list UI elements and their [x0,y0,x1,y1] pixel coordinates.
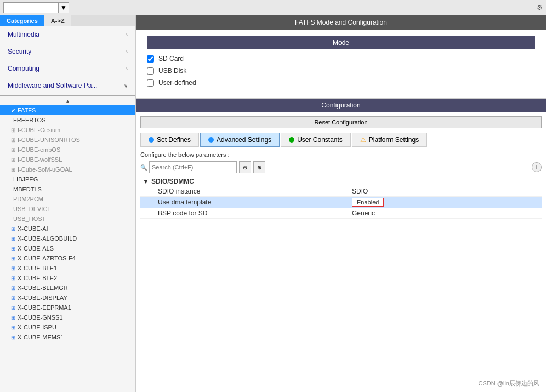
search-input[interactable] [3,2,58,13]
plugin-icon: ⊞ [11,236,15,242]
sidebar: Categories A->Z Multimedia › Security › … [0,15,136,392]
chevron-right-icon: › [126,32,128,38]
sidebar-item-icube-cesium[interactable]: ⊞ I-CUBE-Cesium [0,125,135,135]
tab-label: User Constants [297,136,343,144]
tab-bar: Categories A->Z [0,15,135,26]
sidebar-list: Multimedia › Security › Computing › Midd… [0,26,135,392]
sidebar-item-usb-device[interactable]: USB_DEVICE [0,204,135,214]
tab-categories[interactable]: Categories [0,15,44,26]
sidebar-item-xcube-als[interactable]: ⊞ X-CUBE-ALS [0,243,135,253]
sidebar-item-label: X-CUBE-AZRTOS-F4 [18,255,76,262]
row-label: Use dma template [153,198,348,206]
scroll-up-arrow[interactable]: ▲ [0,97,135,105]
sdcard-label[interactable]: SD Card [158,55,184,63]
tab-advanced-settings[interactable]: Advanced Settings [200,133,280,147]
userdefined-label[interactable]: User-defined [158,79,196,87]
sidebar-item-xcube-blemgr[interactable]: ⊞ X-CUBE-BLEMGR [0,283,135,293]
sidebar-item-xcube-ai[interactable]: ⊞ X-CUBE-AI [0,224,135,234]
info-icon[interactable]: i [532,162,542,172]
sidebar-item-xcube-algobuild[interactable]: ⊞ X-CUBE-ALGOBUILD [0,234,135,243]
tree-row-bsp-code-sd[interactable]: BSP code for SD Generic [140,208,542,219]
sidebar-item-xcube-eeprma1[interactable]: ⊞ X-CUBE-EEPRMA1 [0,303,135,313]
sidebar-item-usb-host[interactable]: USB_HOST [0,214,135,224]
plugin-icon: ⊞ [11,246,15,252]
sidebar-item-libjpeg[interactable]: LIBJPEG [0,174,135,184]
sidebar-item-xcube-ispu[interactable]: ⊞ X-CUBE-ISPU [0,322,135,332]
sidebar-item-xcube-display[interactable]: ⊞ X-CUBE-DISPLAY [0,293,135,303]
tab-set-defines[interactable]: Set Defines [140,133,199,147]
reset-configuration-button[interactable]: Reset Configuration [140,116,542,128]
sidebar-item-label: X-CUBE-BLEMGR [18,285,68,291]
sidebar-item-xcube-ble1[interactable]: ⊞ X-CUBE-BLE1 [0,263,135,273]
tab-label: Platform Settings [369,136,419,144]
plugin-icon: ⊞ [11,265,15,271]
sidebar-item-label: FATFS [18,107,36,113]
sidebar-item-label: I-Cube-SoM-uGOAL [18,166,72,173]
sidebar-category-middleware[interactable]: Middleware and Software Pa... ∨ [0,77,135,94]
param-tree: ▼ SDIO/SDMMC SDIO instance SDIO Use dma … [140,177,542,219]
usbdisk-label[interactable]: USB Disk [158,67,186,75]
sidebar-item-xcube-mems1[interactable]: ⊞ X-CUBE-MEMS1 [0,332,135,342]
tree-row-sdio-instance[interactable]: SDIO instance SDIO [140,186,542,197]
sidebar-item-xcube-gnss1[interactable]: ⊞ X-CUBE-GNSS1 [0,313,135,322]
sidebar-item-label: X-CUBE-ISPU [18,324,56,331]
sidebar-item-label: I-CUBE-UNISONRTOS [18,137,80,143]
chevron-right-icon: › [126,66,128,72]
sidebar-item-label: X-CUBE-BLE1 [18,265,57,271]
sidebar-item-label: I-CUBE-embOS [18,146,60,153]
plugin-icon: ⊞ [11,167,15,173]
plugin-icon: ⊞ [11,127,15,133]
sidebar-category-label: Computing [8,65,39,72]
sidebar-item-mbedtls[interactable]: MBEDTLS [0,184,135,194]
top-bar: ▼ ⚙ [0,0,546,15]
mode-header: Mode [147,36,535,49]
sdcard-checkbox[interactable] [147,55,154,63]
sidebar-item-icube-ugoal[interactable]: ⊞ I-Cube-SoM-uGOAL [0,164,135,174]
sidebar-category-label: Middleware and Software Pa... [8,82,97,89]
sidebar-item-xcube-ble2[interactable]: ⊞ X-CUBE-BLE2 [0,273,135,283]
sidebar-category-security[interactable]: Security › [0,43,135,60]
config-tabs: Set Defines Advanced Settings User Const… [140,133,542,147]
sidebar-item-label: LIBJPEG [13,176,38,183]
sidebar-item-label: X-CUBE-ALGOBUILD [18,235,77,242]
sidebar-item-icube-embos[interactable]: ⊞ I-CUBE-embOS [0,145,135,155]
sidebar-item-freertos[interactable]: FREERTOS [0,115,135,125]
sidebar-item-label: X-CUBE-ALS [18,245,54,252]
sidebar-item-label: USB_DEVICE [13,206,52,212]
sidebar-item-label: I-CUBE-wolfSSL [18,156,62,163]
sidebar-item-label: I-CUBE-Cesium [18,127,60,133]
tree-group-sdio[interactable]: ▼ SDIO/SDMMC [140,177,542,186]
tab-user-constants[interactable]: User Constants [281,133,351,147]
sidebar-item-icube-wolfssl[interactable]: ⊞ I-CUBE-wolfSSL [0,155,135,164]
param-search-input[interactable] [149,161,237,173]
chevron-right-icon: › [126,49,128,55]
config-header: Configuration [136,99,546,112]
plugin-icon: ⊞ [11,325,15,331]
search-box: ▼ [3,2,69,13]
sidebar-item-fatfs[interactable]: ✔ FATFS [0,105,135,115]
plugin-icon: ⊞ [11,334,15,340]
tab-atoz[interactable]: A->Z [44,15,71,26]
usbdisk-checkbox[interactable] [147,67,154,75]
param-label: Configure the below parameters : [140,151,542,158]
search-prev-button[interactable]: ⊖ [239,161,251,173]
warning-icon: ⚠ [360,136,366,144]
sidebar-item-xcube-azrtos-f4[interactable]: ⊞ X-CUBE-AZRTOS-F4 [0,253,135,263]
sidebar-item-icube-unisonrtos[interactable]: ⊞ I-CUBE-UNISONRTOS [0,135,135,145]
tab-platform-settings[interactable]: ⚠ Platform Settings [352,133,427,147]
plugin-icon: ⊞ [11,255,15,262]
tab-label: Set Defines [157,136,191,144]
userdefined-checkbox[interactable] [147,79,154,87]
sidebar-category-computing[interactable]: Computing › [0,60,135,77]
tree-row-dma-template[interactable]: Use dma template Enabled [140,197,542,208]
search-button[interactable]: ▼ [58,2,69,13]
plugin-icon: ⊞ [11,157,15,163]
gear-icon[interactable]: ⚙ [537,4,543,12]
search-next-button[interactable]: ⊕ [253,161,265,173]
sidebar-item-label: X-CUBE-AI [18,225,48,232]
plugin-icon: ⊞ [11,137,15,143]
sidebar-item-label: X-CUBE-EEPRMA1 [18,304,71,311]
sidebar-item-pdm2pcm[interactable]: PDM2PCM [0,194,135,204]
sidebar-category-multimedia[interactable]: Multimedia › [0,26,135,43]
panel-title: FATFS Mode and Configuration [136,15,546,30]
